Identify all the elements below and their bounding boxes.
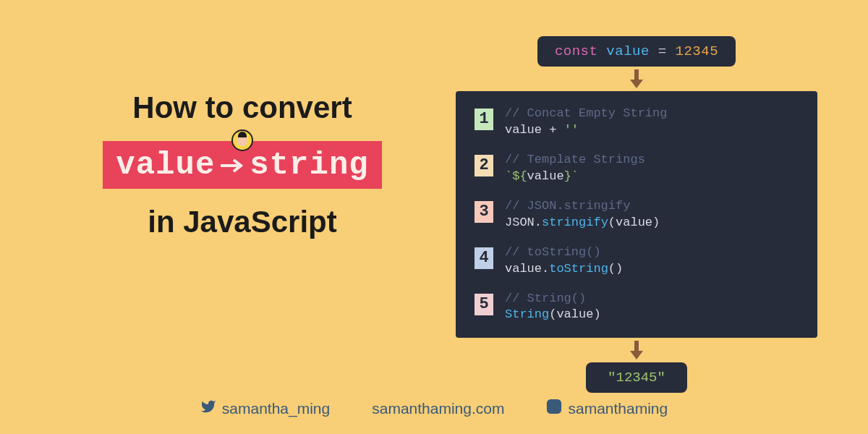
method-comment: // JSON.stringify bbox=[505, 198, 660, 215]
twitter-link[interactable]: samantha_ming bbox=[200, 399, 330, 418]
code-diagram: const value = 12345 1 // Concat Empty St… bbox=[448, 36, 825, 393]
twitter-icon bbox=[200, 399, 216, 418]
method-1: 1 // Concat Empty String value + '' bbox=[475, 106, 799, 139]
title-line-2: in JavaScript bbox=[65, 205, 420, 239]
method-number: 5 bbox=[475, 294, 493, 315]
arrow-right-icon bbox=[219, 147, 245, 183]
footer-socials: samantha_ming samanthaming.com samantham… bbox=[0, 399, 868, 418]
method-code: JSON.stringify(value) bbox=[505, 215, 660, 231]
const-declaration: const value = 12345 bbox=[537, 36, 736, 67]
svg-marker-4 bbox=[630, 351, 643, 359]
method-code: value + '' bbox=[505, 122, 667, 139]
result-output: "12345" bbox=[586, 362, 687, 393]
method-number: 1 bbox=[475, 109, 493, 130]
title-section: How to convert value string in JavaScrip… bbox=[65, 36, 420, 393]
website-text: samanthaming.com bbox=[372, 400, 504, 417]
methods-panel: 1 // Concat Empty String value + '' 2 //… bbox=[456, 91, 817, 338]
svg-marker-2 bbox=[630, 80, 643, 88]
svg-point-7 bbox=[558, 402, 559, 404]
method-number: 4 bbox=[475, 247, 493, 269]
avatar-icon bbox=[231, 129, 253, 151]
const-variable: value bbox=[606, 43, 650, 59]
method-comment: // String() bbox=[505, 291, 601, 307]
arrow-down-icon bbox=[626, 339, 647, 361]
arrow-down-icon bbox=[626, 68, 647, 90]
instagram-link[interactable]: samanthaming bbox=[546, 399, 668, 418]
const-number: 12345 bbox=[676, 43, 719, 59]
const-keyword: const bbox=[555, 43, 598, 59]
method-number: 2 bbox=[475, 155, 493, 176]
method-4: 4 // toString() value.toString() bbox=[475, 244, 799, 278]
badge-value-text: value bbox=[116, 147, 215, 183]
instagram-icon bbox=[546, 399, 562, 418]
method-comment: // Concat Empty String bbox=[505, 106, 667, 122]
svg-point-6 bbox=[552, 404, 557, 409]
instagram-handle: samanthaming bbox=[568, 400, 668, 417]
badge-string-text: string bbox=[250, 147, 368, 183]
website-link[interactable]: samanthaming.com bbox=[372, 399, 504, 418]
method-code: String(value) bbox=[505, 307, 601, 323]
method-comment: // toString() bbox=[505, 244, 623, 261]
method-2: 2 // Template Strings `${value}` bbox=[475, 152, 799, 185]
method-code: value.toString() bbox=[505, 261, 623, 278]
method-comment: // Template Strings bbox=[505, 152, 645, 169]
method-number: 3 bbox=[475, 201, 493, 223]
conversion-badge: value string bbox=[103, 141, 381, 189]
method-code: `${value}` bbox=[505, 169, 645, 185]
method-5: 5 // String() String(value) bbox=[475, 291, 799, 324]
title-line-1: How to convert bbox=[65, 90, 420, 125]
twitter-handle: samantha_ming bbox=[222, 400, 330, 417]
const-equals: = bbox=[658, 43, 667, 59]
method-3: 3 // JSON.stringify JSON.stringify(value… bbox=[475, 198, 799, 231]
